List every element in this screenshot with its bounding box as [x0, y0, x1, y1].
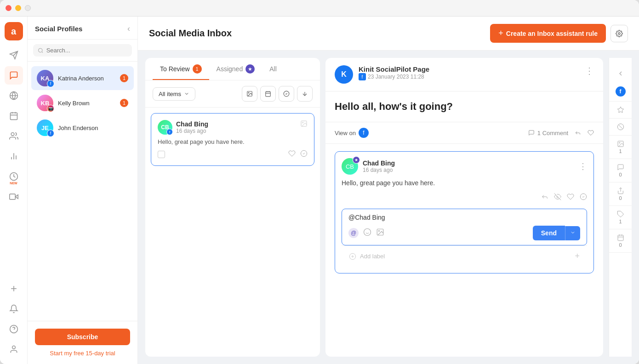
right-rail-image-btn[interactable]: 1 — [609, 136, 632, 159]
comment-reply-icon[interactable] — [541, 193, 548, 202]
right-rail-facebook-btn[interactable]: f — [609, 82, 632, 102]
view-on-label: View on — [335, 130, 356, 136]
toolbar-sort-btn[interactable] — [297, 86, 313, 102]
reply-emoji-icon[interactable] — [363, 228, 371, 238]
detail-header: K Kinit SocialPilot Page f 23 January 20… — [325, 58, 603, 91]
search-icon — [38, 47, 44, 54]
sidebar-search — [28, 40, 137, 62]
profile-name-kelly: Kelly Brown — [58, 100, 115, 107]
profile-item-kelly[interactable]: KB 📷 Kelly Brown 1 — [31, 91, 134, 115]
share-icon — [617, 187, 624, 194]
right-rail-share-btn[interactable]: 0 — [609, 182, 632, 206]
icon-rail: a NEW — [0, 17, 28, 364]
svg-marker-44 — [617, 107, 623, 113]
msg-like-icon[interactable] — [288, 150, 296, 159]
tab-all[interactable]: All — [262, 58, 284, 80]
nav-inbox[interactable] — [5, 66, 23, 85]
comment-count[interactable]: 1 Comment — [528, 130, 568, 136]
post-avatar-letter: K — [341, 70, 347, 79]
inbox-toolbar: All items — [145, 80, 320, 108]
reply-image-icon[interactable] — [376, 228, 384, 238]
add-label-plus-btn[interactable]: + — [575, 251, 580, 261]
calendar-icon — [265, 91, 271, 97]
svg-rect-51 — [618, 235, 623, 241]
nav-video[interactable] — [5, 188, 23, 206]
search-input[interactable] — [46, 47, 127, 54]
right-rail-activity-btn[interactable]: 0 — [609, 229, 632, 253]
reply-input[interactable] — [348, 214, 580, 221]
msg-checkbox[interactable] — [158, 151, 165, 158]
reply-mention-icon[interactable]: @ — [348, 228, 359, 238]
comment-more-btn[interactable]: ⋮ — [579, 161, 587, 171]
right-rail-label-btn[interactable]: 1 — [609, 206, 632, 229]
nav-add[interactable] — [5, 279, 23, 298]
comment-resolve-icon[interactable] — [580, 193, 587, 202]
send-button[interactable]: Send — [533, 226, 565, 240]
svg-point-24 — [248, 92, 249, 93]
comment-like-icon[interactable] — [567, 193, 574, 202]
reply-input-row — [348, 214, 580, 221]
post-page-name: Kinit SocialPilot Page — [359, 65, 429, 73]
comment-hide-icon[interactable] — [554, 193, 561, 202]
app-logo[interactable]: a — [5, 22, 23, 40]
reply-box: @ Send — [342, 209, 587, 245]
reply-icon-btn[interactable] — [575, 130, 581, 136]
to-review-badge: 1 — [193, 64, 202, 74]
profile-badge-katrina: 1 — [120, 74, 128, 82]
nav-user[interactable] — [5, 340, 23, 358]
profile-item-john[interactable]: JE f John Enderson — [31, 116, 134, 140]
tab-to-review-label: To Review — [160, 65, 190, 73]
nav-dashboard[interactable]: NEW — [5, 167, 23, 186]
right-rail-back-btn[interactable] — [617, 65, 624, 82]
send-dropdown-button[interactable] — [565, 226, 580, 240]
right-rail-star-btn[interactable] — [609, 102, 632, 119]
svg-point-19 — [12, 346, 15, 349]
label-count: 1 — [619, 219, 622, 224]
minimize-btn[interactable] — [15, 5, 21, 11]
toolbar-calendar-btn[interactable] — [260, 86, 276, 102]
message-card-0[interactable]: CB f Chad Bing 16 days ago — [151, 113, 314, 166]
toolbar-check-btn[interactable] — [279, 86, 294, 102]
facebook-circle-icon: f — [616, 86, 626, 97]
nav-calendar[interactable] — [5, 107, 23, 125]
post-date-text: 23 January 2023 11:28 — [368, 74, 424, 80]
subscribe-button[interactable]: Subscribe — [35, 329, 130, 345]
close-btn[interactable] — [6, 5, 11, 11]
profile-info-kelly: Kelly Brown — [58, 100, 115, 107]
nav-globe[interactable] — [5, 86, 23, 105]
view-on[interactable]: View on f — [335, 128, 369, 138]
profile-item-katrina[interactable]: KA f Katrina Anderson 1 — [31, 66, 134, 90]
nav-notifications[interactable] — [5, 300, 23, 318]
sidebar-collapse-btn[interactable]: ‹ — [127, 24, 130, 34]
nav-send[interactable] — [5, 46, 23, 64]
msg-sender: CB f Chad Bing 16 days ago — [158, 120, 208, 135]
right-rail-comment-btn[interactable]: 0 — [609, 159, 632, 182]
svg-point-40 — [378, 230, 379, 231]
settings-button[interactable] — [610, 25, 628, 42]
label-icon — [349, 253, 356, 260]
avatar-katrina: KA f — [37, 70, 53, 86]
msg-facebook-badge: f — [166, 129, 173, 135]
post-more-btn[interactable]: ⋮ — [585, 65, 594, 76]
free-trial-link[interactable]: Start my free 15-day trial — [35, 350, 130, 357]
nav-help[interactable] — [5, 320, 23, 338]
profile-name-john: John Enderson — [58, 125, 128, 131]
app-body: a NEW — [0, 17, 639, 364]
msg-name: Chad Bing — [176, 120, 208, 128]
msg-check-icon[interactable] — [300, 150, 308, 159]
toolbar-image-btn[interactable] — [242, 86, 257, 102]
nav-analytics[interactable] — [5, 147, 23, 165]
reply-icons: @ — [348, 228, 384, 238]
heart-icon-btn[interactable] — [588, 130, 594, 136]
nav-team[interactable] — [5, 127, 23, 145]
activity-count: 0 — [619, 242, 622, 248]
tab-assigned[interactable]: Assigned ★ — [209, 58, 262, 80]
right-rail-block-btn[interactable] — [609, 119, 632, 136]
tab-assigned-label: Assigned — [217, 65, 243, 73]
post-stats: 1 Comment — [528, 130, 594, 136]
send-btn-group: Send — [533, 226, 580, 240]
tab-to-review[interactable]: To Review 1 — [153, 58, 209, 80]
create-rule-button[interactable]: + Create an Inbox assistant rule — [490, 24, 606, 43]
filter-select[interactable]: All items — [153, 87, 195, 101]
maximize-btn[interactable] — [25, 5, 31, 11]
